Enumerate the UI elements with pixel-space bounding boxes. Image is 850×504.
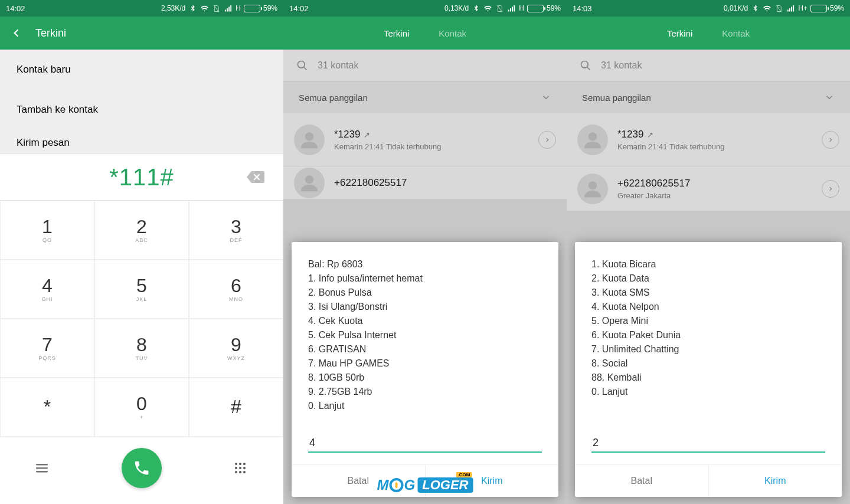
dialpad-grid-icon[interactable] [233,461,247,475]
screen-ussd-2: 14:03 0,01K/d H+ 59% Terkini Kontak 31 k… [567,0,850,504]
menu-button[interactable] [36,461,50,475]
key-2[interactable]: 2ABC [94,201,189,260]
wifi-icon [200,4,209,13]
nosim-icon [495,4,504,13]
bluetooth-icon [751,4,760,13]
key-1[interactable]: 1QO [0,201,94,260]
dialed-number: *111# [109,164,174,191]
ussd-text: Bal: Rp 6803 1. Info pulsa/internet hema… [308,257,542,423]
network-type: H [236,4,241,12]
tab-recent[interactable]: Terkini [384,28,409,38]
key-star[interactable]: * [0,378,94,437]
network-type: H [519,4,524,12]
status-time: 14:02 [6,4,25,13]
status-netspeed: 2,53K/d [161,4,185,12]
battery-icon [810,5,827,12]
send-button[interactable]: Kirim [709,465,842,497]
svg-rect-0 [36,464,48,466]
status-bar: 14:03 0,01K/d H+ 59% [567,0,850,17]
battery-percent: 59% [830,4,844,12]
status-netspeed: 0,13K/d [444,4,469,12]
ussd-dialog: Bal: Rp 6803 1. Info pulsa/internet hema… [292,242,558,497]
ussd-input[interactable] [308,434,542,453]
nosim-icon [774,4,783,13]
bluetooth-icon [188,4,197,13]
menu-new-contact[interactable]: Kontak baru [0,50,283,90]
svg-point-9 [235,471,237,473]
wifi-icon [483,4,492,13]
key-8[interactable]: 8TUV [94,319,189,378]
svg-point-10 [239,471,241,473]
tab-contacts[interactable]: Kontak [722,28,750,38]
svg-point-4 [239,463,241,465]
key-9[interactable]: 9WXYZ [189,319,283,378]
dial-display: *111# [0,153,283,201]
header-title: Terkini [35,27,66,40]
app-header: Terkini Kontak [283,17,567,50]
battery-percent: 59% [263,4,277,12]
network-type: H+ [798,4,808,12]
svg-point-6 [235,467,237,469]
key-4[interactable]: 4GHI [0,260,94,319]
status-netspeed: 0,01K/d [724,4,748,12]
screen-dialer: 14:02 2,53K/d H 59% Terkini Kontak baru … [0,0,283,504]
key-3[interactable]: 3DEF [189,201,283,260]
svg-point-11 [243,471,246,473]
battery-icon [527,5,544,12]
key-7[interactable]: 7PQRS [0,319,94,378]
svg-point-7 [239,467,241,469]
nosim-icon [212,4,221,13]
key-hash[interactable]: # [189,378,283,437]
screen-ussd-1: 14:02 0,13K/d H 59% Terkini Kontak 31 ko… [283,0,567,504]
menu-add-contact[interactable]: Tambah ke kontak [0,90,283,130]
power-icon [390,478,404,492]
cancel-button[interactable]: Batal [575,465,709,497]
menu-send-message[interactable]: Kirim pesan [0,130,283,153]
tab-contacts[interactable]: Kontak [439,28,466,38]
key-6[interactable]: 6MNO [189,260,283,319]
svg-rect-1 [36,467,48,469]
app-header: Terkini [0,17,283,50]
svg-point-8 [243,467,246,469]
back-button[interactable] [11,27,22,39]
ussd-input[interactable] [591,434,825,453]
signal-icon [507,4,516,13]
wifi-icon [763,4,771,13]
keypad: 1QO 2ABC 3DEF 4GHI 5JKL 6MNO 7PQRS 8TUV … [0,201,283,437]
svg-point-5 [243,463,246,465]
status-time: 14:03 [573,4,592,13]
key-5[interactable]: 5JKL [94,260,189,319]
battery-percent: 59% [547,4,561,12]
ussd-dialog: 1. Kuota Bicara 2. Kuota Data 3. Kuota S… [575,242,842,497]
app-header: Terkini Kontak [567,17,850,50]
tab-recent[interactable]: Terkini [667,28,692,38]
call-button[interactable] [122,448,162,488]
key-0[interactable]: 0+ [94,378,189,437]
signal-icon [224,4,233,13]
watermark-logo: M G LOGER.COM [377,477,473,493]
status-bar: 14:02 2,53K/d H 59% [0,0,283,17]
battery-icon [244,5,260,12]
backspace-button[interactable] [246,170,266,184]
dialer-bottom-bar [0,437,283,498]
svg-rect-2 [36,471,48,473]
signal-icon [786,4,795,13]
bluetooth-icon [472,4,480,13]
status-bar: 14:02 0,13K/d H 59% [283,0,567,17]
status-time: 14:02 [289,4,309,13]
ussd-text: 1. Kuota Bicara 2. Kuota Data 3. Kuota S… [591,257,825,423]
svg-point-3 [235,463,237,465]
context-menu: Kontak baru Tambah ke kontak Kirim pesan [0,50,283,153]
